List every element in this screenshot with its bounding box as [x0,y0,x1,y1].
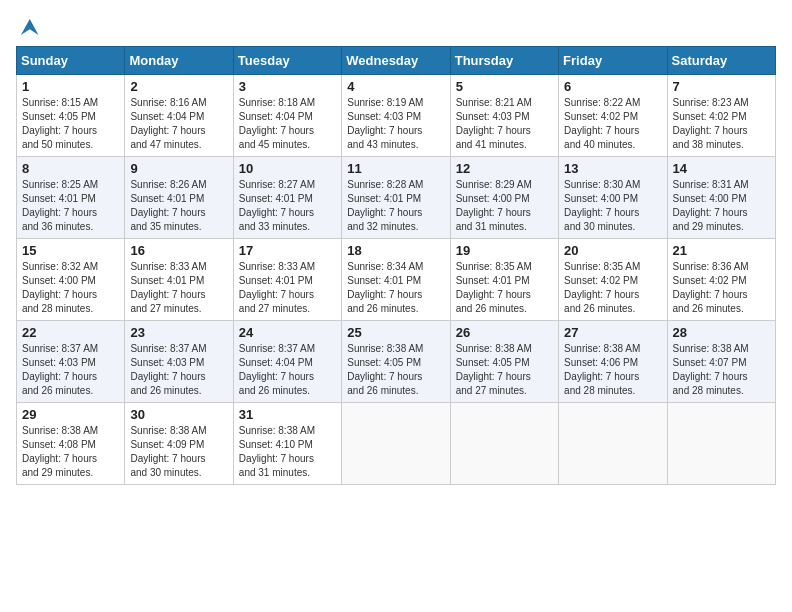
calendar-cell [667,403,775,485]
calendar-week-row: 1Sunrise: 8:15 AM Sunset: 4:05 PM Daylig… [17,75,776,157]
day-number: 11 [347,161,444,176]
calendar-cell [450,403,558,485]
calendar-cell: 3Sunrise: 8:18 AM Sunset: 4:04 PM Daylig… [233,75,341,157]
day-number: 13 [564,161,661,176]
day-info: Sunrise: 8:32 AM Sunset: 4:00 PM Dayligh… [22,260,119,316]
calendar-cell: 28Sunrise: 8:38 AM Sunset: 4:07 PM Dayli… [667,321,775,403]
day-info: Sunrise: 8:34 AM Sunset: 4:01 PM Dayligh… [347,260,444,316]
day-info: Sunrise: 8:28 AM Sunset: 4:01 PM Dayligh… [347,178,444,234]
day-info: Sunrise: 8:38 AM Sunset: 4:09 PM Dayligh… [130,424,227,480]
day-info: Sunrise: 8:37 AM Sunset: 4:03 PM Dayligh… [130,342,227,398]
day-info: Sunrise: 8:38 AM Sunset: 4:05 PM Dayligh… [347,342,444,398]
calendar-cell: 15Sunrise: 8:32 AM Sunset: 4:00 PM Dayli… [17,239,125,321]
day-number: 17 [239,243,336,258]
day-number: 30 [130,407,227,422]
day-number: 12 [456,161,553,176]
day-number: 10 [239,161,336,176]
day-number: 8 [22,161,119,176]
calendar-cell: 11Sunrise: 8:28 AM Sunset: 4:01 PM Dayli… [342,157,450,239]
day-info: Sunrise: 8:35 AM Sunset: 4:02 PM Dayligh… [564,260,661,316]
calendar-cell: 22Sunrise: 8:37 AM Sunset: 4:03 PM Dayli… [17,321,125,403]
day-info: Sunrise: 8:38 AM Sunset: 4:10 PM Dayligh… [239,424,336,480]
calendar-week-row: 15Sunrise: 8:32 AM Sunset: 4:00 PM Dayli… [17,239,776,321]
day-number: 31 [239,407,336,422]
calendar-cell: 12Sunrise: 8:29 AM Sunset: 4:00 PM Dayli… [450,157,558,239]
day-info: Sunrise: 8:33 AM Sunset: 4:01 PM Dayligh… [130,260,227,316]
day-number: 2 [130,79,227,94]
day-number: 23 [130,325,227,340]
calendar-cell: 2Sunrise: 8:16 AM Sunset: 4:04 PM Daylig… [125,75,233,157]
day-info: Sunrise: 8:25 AM Sunset: 4:01 PM Dayligh… [22,178,119,234]
calendar-table: SundayMondayTuesdayWednesdayThursdayFrid… [16,46,776,485]
day-info: Sunrise: 8:30 AM Sunset: 4:00 PM Dayligh… [564,178,661,234]
weekday-header-monday: Monday [125,47,233,75]
calendar-week-row: 8Sunrise: 8:25 AM Sunset: 4:01 PM Daylig… [17,157,776,239]
calendar-cell: 14Sunrise: 8:31 AM Sunset: 4:00 PM Dayli… [667,157,775,239]
day-number: 5 [456,79,553,94]
calendar-week-row: 22Sunrise: 8:37 AM Sunset: 4:03 PM Dayli… [17,321,776,403]
weekday-header-sunday: Sunday [17,47,125,75]
svg-marker-0 [21,19,39,35]
day-number: 1 [22,79,119,94]
day-info: Sunrise: 8:22 AM Sunset: 4:02 PM Dayligh… [564,96,661,152]
weekday-header-saturday: Saturday [667,47,775,75]
calendar-cell: 24Sunrise: 8:37 AM Sunset: 4:04 PM Dayli… [233,321,341,403]
day-info: Sunrise: 8:15 AM Sunset: 4:05 PM Dayligh… [22,96,119,152]
calendar-cell: 17Sunrise: 8:33 AM Sunset: 4:01 PM Dayli… [233,239,341,321]
calendar-cell: 27Sunrise: 8:38 AM Sunset: 4:06 PM Dayli… [559,321,667,403]
calendar-cell: 29Sunrise: 8:38 AM Sunset: 4:08 PM Dayli… [17,403,125,485]
calendar-header-row: SundayMondayTuesdayWednesdayThursdayFrid… [17,47,776,75]
day-number: 29 [22,407,119,422]
day-info: Sunrise: 8:31 AM Sunset: 4:00 PM Dayligh… [673,178,770,234]
calendar-cell: 5Sunrise: 8:21 AM Sunset: 4:03 PM Daylig… [450,75,558,157]
day-info: Sunrise: 8:37 AM Sunset: 4:04 PM Dayligh… [239,342,336,398]
calendar-cell: 25Sunrise: 8:38 AM Sunset: 4:05 PM Dayli… [342,321,450,403]
day-info: Sunrise: 8:23 AM Sunset: 4:02 PM Dayligh… [673,96,770,152]
page-header [16,16,776,38]
calendar-cell: 4Sunrise: 8:19 AM Sunset: 4:03 PM Daylig… [342,75,450,157]
day-info: Sunrise: 8:27 AM Sunset: 4:01 PM Dayligh… [239,178,336,234]
calendar-cell: 31Sunrise: 8:38 AM Sunset: 4:10 PM Dayli… [233,403,341,485]
weekday-header-friday: Friday [559,47,667,75]
calendar-week-row: 29Sunrise: 8:38 AM Sunset: 4:08 PM Dayli… [17,403,776,485]
calendar-cell: 30Sunrise: 8:38 AM Sunset: 4:09 PM Dayli… [125,403,233,485]
day-info: Sunrise: 8:19 AM Sunset: 4:03 PM Dayligh… [347,96,444,152]
day-number: 15 [22,243,119,258]
day-number: 4 [347,79,444,94]
logo [16,16,40,38]
calendar-cell: 23Sunrise: 8:37 AM Sunset: 4:03 PM Dayli… [125,321,233,403]
calendar-cell [559,403,667,485]
day-number: 7 [673,79,770,94]
day-info: Sunrise: 8:18 AM Sunset: 4:04 PM Dayligh… [239,96,336,152]
day-info: Sunrise: 8:21 AM Sunset: 4:03 PM Dayligh… [456,96,553,152]
day-info: Sunrise: 8:38 AM Sunset: 4:07 PM Dayligh… [673,342,770,398]
day-info: Sunrise: 8:16 AM Sunset: 4:04 PM Dayligh… [130,96,227,152]
calendar-cell: 13Sunrise: 8:30 AM Sunset: 4:00 PM Dayli… [559,157,667,239]
calendar-cell: 8Sunrise: 8:25 AM Sunset: 4:01 PM Daylig… [17,157,125,239]
calendar-cell: 16Sunrise: 8:33 AM Sunset: 4:01 PM Dayli… [125,239,233,321]
day-number: 25 [347,325,444,340]
day-number: 19 [456,243,553,258]
day-number: 3 [239,79,336,94]
day-info: Sunrise: 8:38 AM Sunset: 4:08 PM Dayligh… [22,424,119,480]
day-number: 24 [239,325,336,340]
day-number: 28 [673,325,770,340]
day-info: Sunrise: 8:33 AM Sunset: 4:01 PM Dayligh… [239,260,336,316]
day-number: 26 [456,325,553,340]
day-number: 16 [130,243,227,258]
weekday-header-thursday: Thursday [450,47,558,75]
day-number: 9 [130,161,227,176]
day-info: Sunrise: 8:38 AM Sunset: 4:05 PM Dayligh… [456,342,553,398]
calendar-cell: 18Sunrise: 8:34 AM Sunset: 4:01 PM Dayli… [342,239,450,321]
calendar-cell: 7Sunrise: 8:23 AM Sunset: 4:02 PM Daylig… [667,75,775,157]
day-info: Sunrise: 8:36 AM Sunset: 4:02 PM Dayligh… [673,260,770,316]
calendar-cell [342,403,450,485]
day-number: 22 [22,325,119,340]
day-info: Sunrise: 8:35 AM Sunset: 4:01 PM Dayligh… [456,260,553,316]
day-info: Sunrise: 8:29 AM Sunset: 4:00 PM Dayligh… [456,178,553,234]
day-number: 20 [564,243,661,258]
calendar-cell: 21Sunrise: 8:36 AM Sunset: 4:02 PM Dayli… [667,239,775,321]
weekday-header-tuesday: Tuesday [233,47,341,75]
day-info: Sunrise: 8:37 AM Sunset: 4:03 PM Dayligh… [22,342,119,398]
day-number: 18 [347,243,444,258]
